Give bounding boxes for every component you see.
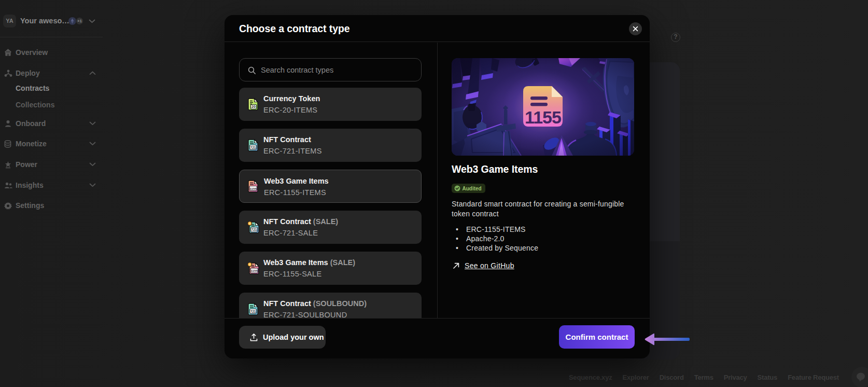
svg-text:721: 721	[250, 146, 256, 149]
svg-text:20: 20	[251, 105, 256, 108]
svg-text:1155: 1155	[250, 269, 258, 272]
svg-text:721: 721	[250, 310, 256, 313]
svg-text:1155: 1155	[249, 187, 257, 190]
svg-text:721: 721	[251, 228, 257, 231]
